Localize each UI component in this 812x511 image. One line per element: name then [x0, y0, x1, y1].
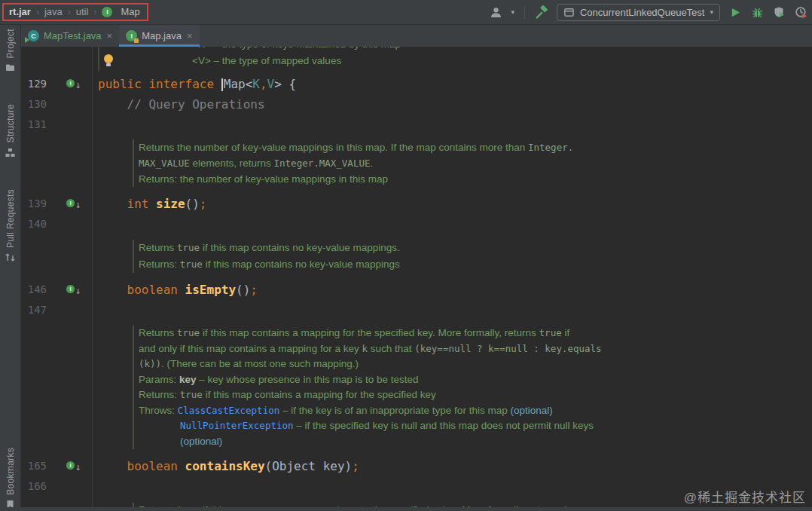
close-icon[interactable]: ×	[107, 30, 113, 41]
doc-text: and only if this map contains a mapping …	[139, 343, 362, 354]
tab-maptest-java[interactable]: C MapTest.java ×	[21, 25, 119, 47]
code-token: boolean	[98, 459, 185, 473]
doc-text: if this map contains a mapping for the s…	[203, 389, 436, 400]
doc-text: Returns the number of key-value mappings…	[139, 142, 528, 153]
code-token: V	[267, 77, 275, 91]
chevron-separator-icon: ›	[93, 7, 96, 17]
clipped-doc-line: <K> – the type of keys maintained by thi…	[98, 47, 812, 53]
main-toolbar: rt.jar › java › util › I Map ▾ Concurren…	[0, 0, 812, 25]
doc-line: Throws: ClassCastException – if the key …	[139, 403, 812, 419]
doc-text: true	[177, 327, 200, 338]
code-line[interactable]: 129I↓public interface Map<K,V> {	[21, 74, 812, 94]
line-number: 131	[21, 115, 47, 135]
doc-text: true	[539, 327, 562, 338]
coverage-icon[interactable]	[772, 5, 786, 19]
breadcrumb-item-java[interactable]: java	[44, 6, 63, 17]
rendered-javadoc: <V> – the type of mapped values	[98, 53, 812, 71]
run-controls: ▾ ConcurrentLinkedQueueTest ▾	[489, 4, 807, 21]
implemented-by-gutter-icon[interactable]: I↓	[66, 461, 81, 470]
chevron-down-icon[interactable]: ▾	[511, 8, 514, 16]
doc-text: if this map contains no key-value mappin…	[203, 259, 400, 270]
rendered-javadoc: Returns true if this map contains no key…	[133, 240, 812, 273]
run-config-combo[interactable]: ConcurrentLinkedQueueTest ▾	[557, 4, 720, 21]
doc-link[interactable]: (optional)	[180, 436, 222, 447]
doc-link[interactable]: (optional)	[510, 405, 552, 416]
doc-text: true	[180, 389, 203, 400]
code-line[interactable]: 131	[21, 115, 812, 135]
stripe-top-group: Project Structure Pull Requests	[5, 29, 16, 262]
line-number: 129	[21, 74, 47, 94]
breadcrumb-item-map[interactable]: Map	[121, 6, 139, 17]
code-line[interactable]: 139I↓ int size();	[21, 194, 812, 214]
chevron-down-icon: ▾	[710, 8, 713, 16]
interface-icon: I	[66, 79, 75, 87]
doc-text: – if the key is of an inappropriate type…	[279, 405, 510, 416]
user-icon[interactable]	[489, 5, 502, 19]
down-arrow-icon: ↓	[75, 286, 81, 295]
code-token: > {	[274, 77, 296, 91]
doc-text: <V> – the type of mapped values	[192, 55, 341, 66]
doc-text: Returns	[139, 327, 177, 338]
doc-text: MAX_VALUE	[139, 158, 190, 169]
code-text: public interface Map<K,V> {	[21, 74, 812, 94]
sidebar-item-pull-requests[interactable]: Pull Requests	[5, 189, 16, 262]
sidebar-item-bookmarks[interactable]: Bookmarks	[5, 448, 16, 509]
code-token: (Object key)	[265, 459, 353, 473]
doc-text: Throws:	[139, 405, 178, 416]
doc-text: Integer.	[528, 142, 573, 153]
code-line[interactable]: 165I↓ boolean containsKey(Object key);	[21, 456, 812, 476]
implemented-by-gutter-icon[interactable]: I↓	[66, 199, 81, 207]
code-token: ()	[185, 197, 200, 211]
run-icon[interactable]	[728, 5, 742, 19]
code-token: ,	[260, 77, 267, 91]
line-number: 140	[21, 214, 47, 234]
close-icon[interactable]: ×	[187, 30, 193, 41]
line-number: 147	[21, 300, 47, 320]
doc-line: Returns true if this map contains no key…	[139, 240, 812, 256]
tab-label: Map.java	[142, 30, 182, 41]
interface-lock-icon: I	[126, 30, 137, 41]
doc-line: NullPointerException – if the specified …	[139, 418, 812, 434]
tool-window-stripe: Project Structure Pull Requests Bookmark…	[0, 25, 21, 511]
editor: <K> – the type of keys maintained by thi…	[21, 47, 812, 511]
code-token: int	[98, 197, 156, 211]
class-icon: C	[28, 30, 39, 41]
code-token: ;	[200, 197, 207, 211]
doc-text: Returns:	[139, 259, 180, 270]
doc-line: <V> – the type of mapped values	[192, 53, 812, 71]
code-token: // Query Operations	[98, 97, 265, 112]
doc-text: Params:	[139, 374, 179, 385]
folder-icon	[5, 63, 15, 72]
code-line[interactable]: 147	[21, 300, 812, 320]
code-line[interactable]: 140	[21, 214, 812, 234]
doc-link[interactable]: NullPointerException	[180, 420, 294, 431]
profiler-icon[interactable]	[794, 5, 807, 19]
doc-text: .	[370, 158, 373, 169]
rendered-javadoc: Returns the number of key-value mappings…	[133, 139, 812, 187]
interface-icon: I	[66, 199, 75, 207]
sidebar-item-project[interactable]: Project	[5, 29, 16, 72]
doc-line: Returns: true if this map contains a map…	[139, 387, 812, 403]
tab-map-java[interactable]: I Map.java ×	[119, 25, 199, 47]
build-hammer-icon[interactable]	[535, 5, 548, 19]
doc-text: elements, returns	[190, 158, 274, 169]
doc-text: – if the specified key is null and this …	[294, 420, 594, 431]
breadcrumb-item-rtjar[interactable]: rt.jar	[9, 6, 31, 17]
doc-text: . (There can be at most one such mapping…	[161, 358, 359, 369]
code-token: size	[156, 197, 185, 211]
implemented-by-gutter-icon[interactable]: I↓	[66, 285, 81, 293]
line-number: 130	[21, 94, 47, 115]
editor-tab-bar: C MapTest.java × I Map.java ×	[21, 25, 812, 47]
sidebar-item-structure[interactable]: Structure	[5, 104, 16, 157]
code-line[interactable]: 130 // Query Operations	[21, 94, 812, 115]
implemented-by-gutter-icon[interactable]: I↓	[66, 79, 81, 87]
down-arrow-icon: ↓	[75, 81, 81, 89]
breadcrumb-item-util[interactable]: util	[76, 6, 89, 17]
doc-link[interactable]: ClassCastException	[178, 405, 279, 416]
doc-text: Returns	[139, 242, 177, 253]
breadcrumb: rt.jar › java › util › I Map	[2, 3, 148, 21]
intention-bulb-icon[interactable]	[104, 54, 113, 63]
debug-icon[interactable]	[750, 5, 764, 19]
code-line[interactable]: 146I↓ boolean isEmpty();	[21, 280, 812, 300]
doc-line: Returns true if this map contains a mapp…	[139, 326, 812, 341]
